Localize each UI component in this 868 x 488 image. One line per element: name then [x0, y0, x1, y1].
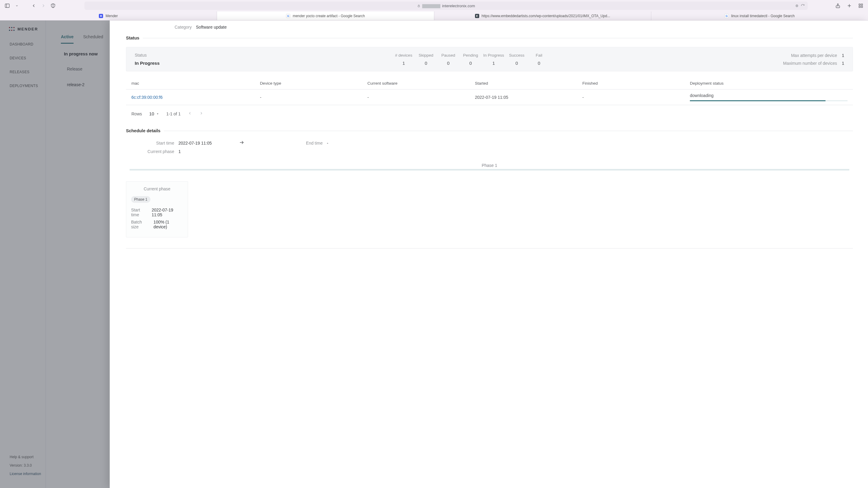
stat-head: Success — [507, 53, 526, 58]
favicon-icon: G — [286, 14, 290, 18]
devices-table: mac Device type Current software Started… — [126, 77, 853, 105]
stat-head: Paused — [438, 53, 458, 58]
cell-current-software: - — [367, 95, 472, 100]
schedule-section-head: Schedule details — [126, 128, 853, 133]
refresh-icon[interactable] — [801, 4, 805, 8]
rows-range: 1-1 of 1 — [166, 111, 181, 116]
browser-tabs: B Mender G mender yocto create artifact … — [0, 11, 868, 21]
svg-rect-7 — [859, 4, 861, 5]
table-row[interactable]: 6c:cf:39:00:00:f6 - - 2022-07-19 11:05 -… — [126, 90, 853, 105]
shield-icon[interactable] — [50, 2, 57, 9]
phase-pill: Phase 1 — [131, 196, 150, 203]
tab-label: linux install timedatectl - Google Searc… — [731, 14, 795, 18]
tab-label: https://www.embeddedartists.com/wp-conte… — [482, 14, 610, 18]
th-finished[interactable]: Finished — [582, 81, 687, 86]
cell-mac[interactable]: 6c:cf:39:00:00:f6 — [131, 95, 257, 100]
svg-rect-8 — [861, 4, 863, 5]
category-value: Software update — [196, 25, 227, 30]
category-row: Category Software update — [149, 25, 236, 30]
rows-select[interactable]: 10 — [149, 111, 159, 116]
stat-head: Skipped — [416, 53, 435, 58]
chevron-down-icon[interactable] — [13, 2, 21, 9]
address-bar[interactable]: ▇▇▇▇▇▇ interelectronix.com ⊛ — [84, 1, 808, 10]
phase-batch-label: Batch size — [131, 220, 150, 229]
start-time-value: 2022-07-19 11:05 — [179, 141, 212, 145]
svg-marker-17 — [157, 113, 158, 114]
tab-label: mender yocto create artifact - Google Se… — [293, 14, 365, 18]
max-devices-label: Maximum number of devices — [783, 61, 837, 66]
stat-val: 1 — [394, 61, 413, 66]
stat-head: In Progress — [483, 53, 504, 58]
plus-icon[interactable] — [846, 2, 853, 9]
category-label: Category — [158, 25, 192, 30]
nav-back-icon[interactable] — [30, 2, 37, 9]
th-deployment-status[interactable]: Deployment status — [690, 81, 847, 86]
svg-rect-0 — [5, 4, 9, 7]
current-phase-label: Current phase — [141, 149, 174, 154]
rows-value: 10 — [149, 111, 154, 116]
phase-timeline: Phase 1 — [130, 163, 849, 170]
th-started[interactable]: Started — [475, 81, 580, 86]
arrow-right-icon — [239, 140, 244, 146]
max-attempts-label: Max attempts per device — [791, 53, 837, 58]
browser-tab[interactable]: E https://www.embeddedartists.com/wp-con… — [434, 11, 651, 20]
svg-rect-9 — [859, 6, 861, 8]
progress-fill — [690, 100, 826, 101]
status-section-head: Status — [126, 36, 853, 40]
stat-head: Fail — [529, 53, 549, 58]
stat-val: 0 — [438, 61, 458, 66]
stat-val: 0 — [416, 61, 435, 66]
tab-overview-icon[interactable] — [857, 2, 864, 9]
cell-device-type: - — [260, 95, 365, 100]
browser-tab[interactable]: B Mender — [0, 11, 217, 20]
end-time-value: - — [327, 141, 329, 145]
favicon-icon: E — [475, 14, 479, 18]
phase-start-value: 2022-07-19 11:05 — [152, 207, 183, 217]
rows-label: Rows — [131, 111, 142, 116]
pagination: Rows 10 1-1 of 1 — [126, 105, 853, 122]
th-current-software[interactable]: Current software — [367, 81, 472, 86]
divider — [126, 248, 853, 249]
phase-card-title: Current phase — [131, 187, 183, 191]
max-devices-value: 1 — [842, 61, 844, 66]
start-time-label: Start time — [141, 141, 174, 145]
stat-head: # devices — [394, 53, 413, 58]
lock-icon — [417, 4, 421, 7]
status-value: In Progress — [135, 61, 160, 66]
phase-start-label: Start time — [131, 207, 148, 217]
status-summary: Status In Progress # devices1 Skipped0 P… — [126, 47, 853, 71]
browser-chrome: ▇▇▇▇▇▇ interelectronix.com ⊛ — [0, 0, 868, 11]
deployment-detail-panel: Category Software update Status Status I… — [110, 21, 868, 488]
cell-started: 2022-07-19 11:05 — [475, 95, 580, 100]
chevron-down-icon — [156, 112, 159, 116]
stat-val: 0 — [461, 61, 480, 66]
favicon-icon: G — [724, 14, 729, 18]
browser-tab[interactable]: G mender yocto create artifact - Google … — [217, 11, 434, 20]
share-icon[interactable] — [834, 2, 841, 9]
stat-head: Pending — [461, 53, 480, 58]
nav-forward-icon — [40, 2, 47, 9]
end-time-label: End time — [290, 141, 323, 145]
current-phase-value: 1 — [179, 149, 181, 154]
url-domain: interelectronix.com — [442, 4, 475, 8]
translate-icon[interactable]: ⊛ — [795, 4, 798, 8]
favicon-icon: B — [99, 14, 103, 18]
tab-label: Mender — [105, 14, 118, 18]
svg-rect-10 — [861, 6, 863, 8]
prev-page-icon[interactable] — [188, 111, 192, 116]
section-title: Schedule details — [126, 128, 160, 133]
th-mac[interactable]: mac — [131, 81, 257, 86]
section-title: Status — [126, 36, 139, 40]
phase-timeline-label: Phase 1 — [130, 163, 849, 168]
th-device-type[interactable]: Device type — [260, 81, 365, 86]
sidebar-toggle-icon[interactable] — [4, 2, 11, 9]
phase-batch-value: 100% (1 device) — [153, 220, 183, 229]
svg-rect-3 — [418, 6, 420, 7]
next-page-icon[interactable] — [199, 111, 204, 116]
cell-status: downloading — [690, 93, 847, 101]
stat-val: 1 — [483, 61, 504, 66]
progress-bar — [690, 100, 847, 101]
stat-val: 0 — [529, 61, 549, 66]
browser-tab[interactable]: G linux install timedatectl - Google Sea… — [651, 11, 868, 20]
phase-card: Current phase Phase 1 Start time2022-07-… — [126, 181, 188, 237]
